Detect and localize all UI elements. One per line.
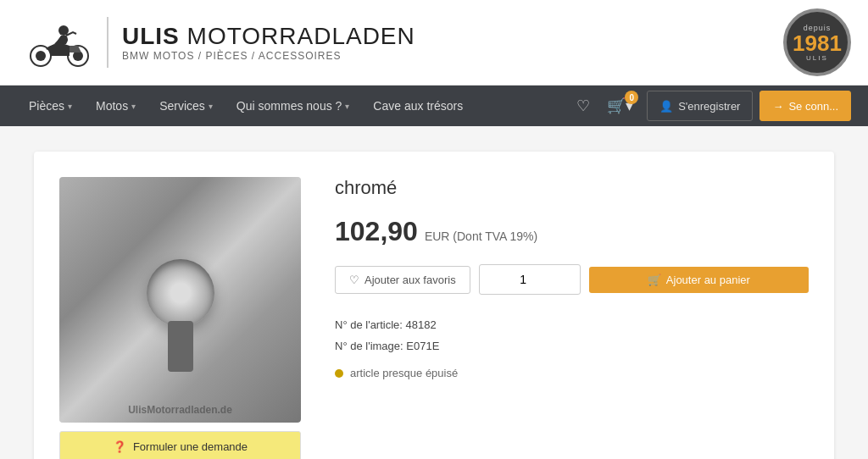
header-divider [107,17,108,68]
image-number-value: E071E [406,340,439,352]
register-button[interactable]: 👤 S'enregistrer [647,91,753,121]
nav-cave-label: Cave aux trésors [373,99,463,113]
header-title: ULIS MOTORRADLADEN BMW MOTOS / PIÈCES / … [122,23,415,62]
wishlist-button[interactable]: ♡ [570,86,597,126]
brand-subtitle: BMW MOTOS / PIÈCES / ACCESSOIRES [122,50,415,62]
favorite-label: Ajouter aux favoris [364,274,456,286]
quantity-input[interactable] [479,264,581,295]
cart-icon: 🛒 [648,274,661,286]
stock-indicator [335,369,343,378]
product-currency: EUR (Dont TVA 19%) [425,230,537,243]
cart-icon: 🛒 [607,97,626,115]
product-price-row: 102,90 EUR (Dont TVA 19%) [335,216,809,247]
product-info-column: chromé 102,90 EUR (Dont TVA 19%) ♡ Ajout… [335,177,809,459]
site-header: ULIS MOTORRADLADEN BMW MOTOS / PIÈCES / … [0,0,868,86]
nav-pieces-label: Pièces [29,99,64,113]
chevron-down-icon: ▾ [345,102,349,111]
image-number-label: N° de l'image: [335,340,403,352]
nav-motos-label: Motos [96,99,128,113]
nav-about-label: Qui sommes nous ? [236,99,342,113]
login-icon: → [772,100,783,113]
product-card: UlisMotorradladen.de ❓ Formuler une dema… [34,152,834,459]
nav-icons-group: ♡ 🛒 0 ▾ 👤 S'enregistrer → Se conn... [570,86,851,126]
nav-services-label: Services [159,99,205,113]
stock-status-row: article presque épuisé [335,367,809,379]
product-image-column: UlisMotorradladen.de ❓ Formuler une dema… [59,177,301,459]
login-button[interactable]: → Se conn... [760,91,851,121]
nav-pieces[interactable]: Pièces ▾ [17,86,84,126]
anniversary-badge: depuis 1981 ULIS [783,8,851,76]
cart-label: Ajouter au panier [666,274,750,286]
year-label: 1981 [793,32,842,54]
image-number-row: N° de l'image: E071E [335,336,809,357]
product-image: UlisMotorradladen.de [59,177,301,423]
main-content: UlisMotorradladen.de ❓ Formuler une dema… [0,126,868,459]
product-meta: N° de l'article: 48182 N° de l'image: E0… [335,315,809,357]
chevron-down-icon: ▾ [131,102,136,111]
add-to-cart-button[interactable]: 🛒 Ajouter au panier [589,267,809,293]
favorite-button[interactable]: ♡ Ajouter aux favoris [335,266,470,294]
svg-point-2 [36,51,46,61]
product-actions: ♡ Ajouter aux favoris 🛒 Ajouter au panie… [335,264,809,295]
product-image-inner [59,177,301,423]
nav-services[interactable]: Services ▾ [147,86,225,126]
nav-cave[interactable]: Cave aux trésors [361,86,475,126]
heart-icon: ♡ [576,97,590,115]
product-title: chromé [335,177,809,199]
brand-name: ULIS MOTORRADLADEN [122,23,415,50]
heart-icon: ♡ [349,274,359,286]
article-number-row: N° de l'article: 48182 [335,315,809,336]
product-image-watermark: UlisMotorradladen.de [59,404,301,416]
chevron-down-icon: ▾ [68,102,72,111]
motorcycle-logo [17,15,93,70]
chevron-down-icon: ▾ [209,102,213,111]
header-left: ULIS MOTORRADLADEN BMW MOTOS / PIÈCES / … [17,15,415,70]
question-icon: ❓ [113,440,126,453]
cart-button[interactable]: 🛒 0 ▾ [600,86,640,126]
article-number-value: 48182 [406,318,437,331]
product-price: 102,90 [335,216,418,247]
form-request-label: Formuler une demande [133,440,248,453]
main-navbar: Pièces ▾ Motos ▾ Services ▾ Qui sommes n… [0,86,868,126]
register-label: S'enregistrer [678,100,740,113]
nav-about[interactable]: Qui sommes nous ? ▾ [225,86,362,126]
article-number-label: N° de l'article: [335,318,403,331]
user-icon: 👤 [659,100,673,113]
nav-motos[interactable]: Motos ▾ [84,86,147,126]
form-request-button[interactable]: ❓ Formuler une demande [59,431,301,459]
cart-count-badge: 0 [625,91,638,104]
badge-brand: ULIS [806,54,828,62]
login-label: Se conn... [788,100,838,113]
stock-label: article presque épuisé [350,367,458,379]
svg-point-0 [58,25,69,36]
